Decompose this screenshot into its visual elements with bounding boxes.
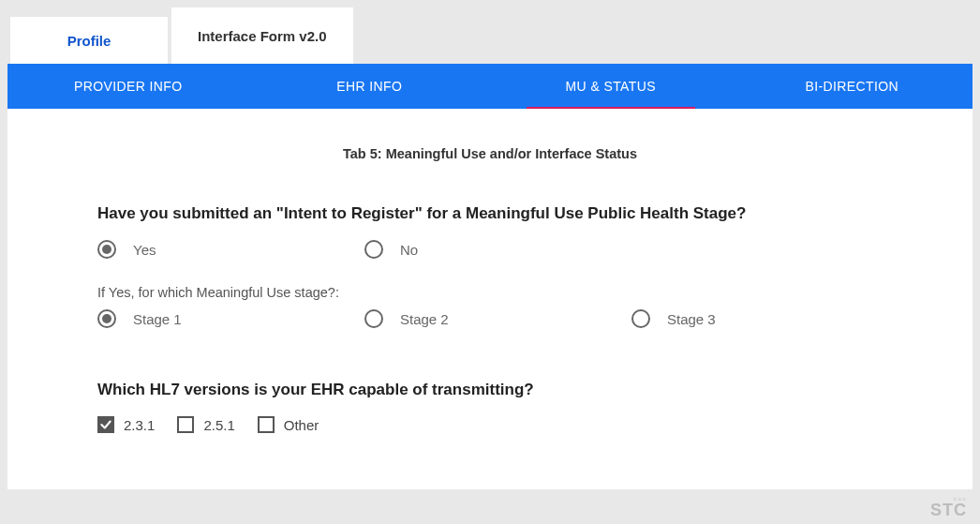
checkbox-hl7-other[interactable]: Other: [258, 416, 319, 433]
nav-bar: PROVIDER INFO EHR INFO MU & STATUS BI-DI…: [7, 64, 973, 109]
checkbox-hl7-251[interactable]: 2.5.1: [177, 416, 234, 433]
tab-interface-form[interactable]: Interface Form v2.0: [171, 7, 353, 64]
radio-intent-yes-label: Yes: [133, 242, 156, 258]
nav-bi-direction-label: BI-DIRECTION: [805, 79, 898, 94]
radio-stage-2[interactable]: Stage 2: [364, 309, 631, 328]
radio-icon: [364, 309, 383, 328]
radio-intent-no[interactable]: No: [364, 240, 646, 259]
tab-profile[interactable]: Profile: [10, 17, 168, 64]
radio-stage-2-label: Stage 2: [400, 311, 449, 327]
check-icon: [99, 418, 112, 431]
question-hl7-versions: Which HL7 versions is your EHR capable o…: [97, 381, 883, 399]
radio-stage-1-label: Stage 1: [133, 311, 182, 327]
radio-stage-3-label: Stage 3: [667, 311, 716, 327]
stc-logo-text: STC: [930, 501, 967, 519]
checkbox-icon: [177, 416, 194, 433]
nav-provider-info-label: PROVIDER INFO: [74, 79, 183, 94]
radio-group-stage: Stage 1 Stage 2 Stage 3: [97, 309, 883, 328]
nav-mu-status[interactable]: MU & STATUS: [490, 64, 732, 109]
checkbox-hl7-other-label: Other: [284, 417, 319, 433]
radio-intent-no-label: No: [400, 242, 418, 258]
nav-provider-info[interactable]: PROVIDER INFO: [7, 64, 249, 109]
stc-logo: ◦◦◦ STC: [930, 494, 967, 518]
radio-icon: [97, 309, 116, 328]
tab-profile-label: Profile: [67, 33, 111, 49]
radio-icon: [631, 309, 650, 328]
checkbox-hl7-231[interactable]: 2.3.1: [97, 416, 155, 433]
nav-mu-status-label: MU & STATUS: [566, 79, 656, 94]
question-intent-to-register: Have you submitted an "Intent to Registe…: [97, 204, 883, 223]
question-mu-stage: If Yes, for which Meaningful Use stage?:: [97, 285, 883, 300]
radio-icon: [97, 240, 116, 259]
radio-stage-3[interactable]: Stage 3: [631, 309, 898, 328]
nav-ehr-info[interactable]: EHR INFO: [249, 64, 491, 109]
tab-heading: Tab 5: Meaningful Use and/or Interface S…: [97, 146, 883, 161]
checkbox-hl7-231-label: 2.3.1: [124, 417, 155, 433]
radio-stage-1[interactable]: Stage 1: [97, 309, 364, 328]
form-content: Tab 5: Meaningful Use and/or Interface S…: [7, 109, 973, 489]
checkbox-group-hl7: 2.3.1 2.5.1 Other: [97, 416, 883, 433]
radio-intent-yes[interactable]: Yes: [97, 240, 364, 259]
checkbox-icon: [258, 416, 275, 433]
nav-ehr-info-label: EHR INFO: [336, 79, 402, 94]
radio-group-intent: Yes No: [97, 240, 883, 259]
checkbox-icon: [97, 416, 114, 433]
tab-interface-form-label: Interface Form v2.0: [198, 28, 327, 44]
top-tabs: Profile Interface Form v2.0: [7, 0, 973, 64]
radio-icon: [364, 240, 383, 259]
checkbox-hl7-251-label: 2.5.1: [203, 417, 234, 433]
nav-bi-direction[interactable]: BI-DIRECTION: [732, 64, 973, 109]
